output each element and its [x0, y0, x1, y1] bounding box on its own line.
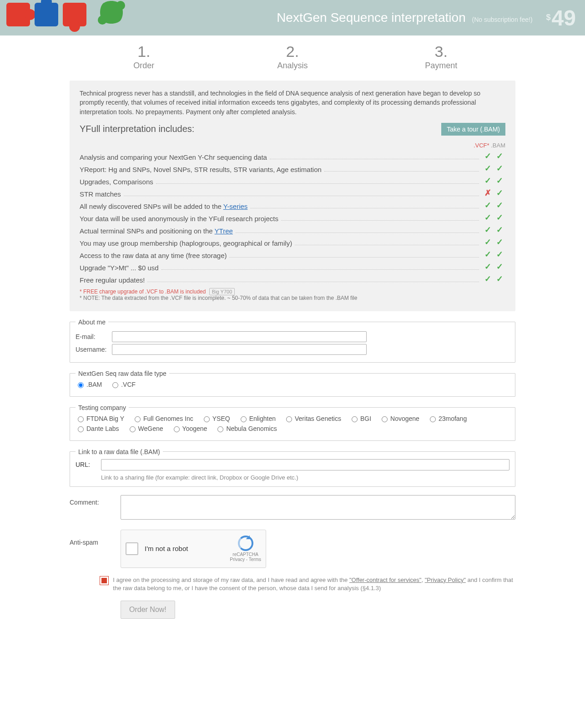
filetype-radio[interactable] [78, 382, 84, 388]
includes-heading: YFull interpretation includes: [80, 124, 194, 134]
order-form: About me E-mail: Username: NextGen Seq r… [70, 318, 515, 619]
email-label: E-mail: [76, 333, 112, 340]
offer-contract-link[interactable]: "Offer-contract for services" [349, 576, 422, 583]
feature-row: Your data will be used anonymously in th… [80, 212, 505, 222]
company-radio[interactable] [241, 416, 247, 422]
cross-icon: ✗ [482, 188, 494, 198]
check-icon: ✓ [494, 225, 505, 235]
take-tour-button[interactable]: Take a tour (.BAM) [441, 123, 505, 136]
check-icon: ✓ [482, 200, 494, 210]
check-icon: ✓ [482, 176, 494, 186]
url-field[interactable] [101, 459, 509, 470]
feature-link[interactable]: Y-series [223, 202, 248, 210]
filetype-radio[interactable] [112, 382, 118, 388]
company-radio[interactable] [135, 416, 141, 422]
recaptcha-icon [238, 536, 253, 551]
comment-field[interactable] [121, 495, 515, 520]
url-label: URL: [76, 461, 101, 468]
puzzle-logo [3, 0, 139, 35]
svg-point-5 [69, 21, 80, 32]
company-radio[interactable] [78, 426, 84, 432]
company-option[interactable]: 23mofang [428, 415, 467, 422]
feature-text: You may use group membership (haplogroup… [80, 239, 292, 247]
company-radio[interactable] [130, 426, 136, 432]
feature-link[interactable]: YTree [215, 227, 233, 235]
company-option[interactable]: YSEQ [202, 415, 230, 422]
company-radio[interactable] [382, 416, 388, 422]
check-icon: ✓ [482, 151, 494, 161]
company-option[interactable]: WeGene [127, 425, 163, 432]
company-option[interactable]: Novogene [379, 415, 419, 422]
header-title: NextGen Sequence interpretation (No subs… [277, 10, 532, 25]
recaptcha-checkbox[interactable] [126, 542, 138, 555]
company-option[interactable]: Yoogene [171, 425, 207, 432]
filetype-fieldset: NextGen Seq raw data file type .BAM .VCF [70, 370, 515, 397]
check-icon: ✓ [494, 262, 505, 272]
feature-columns-header: .VCF* .BAM [80, 142, 505, 149]
step-payment: 3. Payment [367, 44, 515, 71]
company-option[interactable]: Dante Labs [76, 425, 119, 432]
order-now-button[interactable]: Order Now! [121, 601, 175, 619]
company-option[interactable]: FTDNA Big Y [76, 415, 124, 422]
feature-text: Actual terminal SNPs and positioning on … [80, 227, 233, 235]
feature-text: Access to the raw data at any time (free… [80, 252, 227, 259]
feature-row: Analysis and comparing your NextGen Y-Ch… [80, 151, 505, 161]
check-icon: ✓ [482, 249, 494, 259]
feature-text: Your data will be used anonymously in th… [80, 215, 278, 222]
agree-checkbox[interactable] [100, 576, 108, 585]
privacy-policy-link[interactable]: "Privacy Policy" [425, 576, 466, 583]
feature-row: Upgrade "Y>Mt" ... $0 usd✓✓ [80, 262, 505, 272]
feature-text: Upgrades, Comparisons [80, 178, 153, 186]
check-icon: ✓ [482, 262, 494, 272]
filetype-option[interactable]: .BAM [76, 381, 102, 388]
company-radio[interactable] [78, 416, 84, 422]
info-panel: Technical progress never has a standstil… [70, 81, 515, 311]
step-order: 1. Order [70, 44, 218, 71]
feature-row: You may use group membership (haplogroup… [80, 237, 505, 247]
feature-text: All newly discovered SNPs will be added … [80, 202, 247, 210]
company-radio[interactable] [174, 426, 180, 432]
antispam-label: Anti-spam [70, 530, 121, 546]
company-radio[interactable] [217, 426, 223, 432]
check-icon: ✓ [482, 163, 494, 173]
feature-row: Free regular updates!✓✓ [80, 274, 505, 284]
company-option[interactable]: Full Genomes Inc [132, 415, 193, 422]
check-icon: ✓ [494, 188, 505, 198]
feature-text: STR matches [80, 190, 121, 198]
check-icon: ✓ [482, 274, 494, 284]
company-option[interactable]: Enlighten [238, 415, 276, 422]
header-bar: NextGen Sequence interpretation (No subs… [0, 0, 585, 35]
check-icon: ✓ [482, 225, 494, 235]
feature-row: Access to the raw data at any time (free… [80, 249, 505, 259]
feature-row: All newly discovered SNPs will be added … [80, 200, 505, 210]
company-radio[interactable] [430, 416, 436, 422]
recaptcha-logo: reCAPTCHA Privacy - Terms [230, 536, 261, 562]
filetype-option[interactable]: .VCF [110, 381, 136, 388]
feature-row: Actual terminal SNPs and positioning on … [80, 225, 505, 235]
company-radio[interactable] [352, 416, 358, 422]
svg-point-7 [98, 15, 107, 25]
about-me-fieldset: About me E-mail: Username: [70, 318, 515, 363]
feature-text: Upgrade "Y>Mt" ... $0 usd [80, 264, 159, 272]
feature-text: Analysis and comparing your NextGen Y-Ch… [80, 153, 267, 161]
header-subtitle: (No subscription fee!) [472, 16, 533, 23]
username-field[interactable] [112, 344, 367, 355]
email-field[interactable] [112, 331, 367, 342]
company-radio[interactable] [204, 416, 210, 422]
feature-text: YReport: Hg and SNPs, Novel SNPs, STR re… [80, 166, 322, 173]
company-option[interactable]: Veritas Genetics [284, 415, 341, 422]
check-icon: ✓ [494, 274, 505, 284]
check-icon: ✓ [494, 151, 505, 161]
check-icon: ✓ [494, 212, 505, 222]
feature-list: Analysis and comparing your NextGen Y-Ch… [80, 151, 505, 284]
check-icon: ✓ [494, 176, 505, 186]
check-icon: ✓ [494, 249, 505, 259]
progress-steps: 1. Order 2. Analysis 3. Payment [70, 44, 515, 71]
bigy700-tag: Big Y700 [209, 288, 235, 295]
svg-point-1 [25, 9, 35, 20]
company-option[interactable]: Nebula Genomics [215, 425, 277, 432]
company-radio[interactable] [286, 416, 292, 422]
company-option[interactable]: BGI [349, 415, 371, 422]
svg-point-6 [116, 1, 125, 10]
recaptcha-widget[interactable]: I'm not a robot reCAPTCHA Privacy - Term… [121, 530, 266, 568]
